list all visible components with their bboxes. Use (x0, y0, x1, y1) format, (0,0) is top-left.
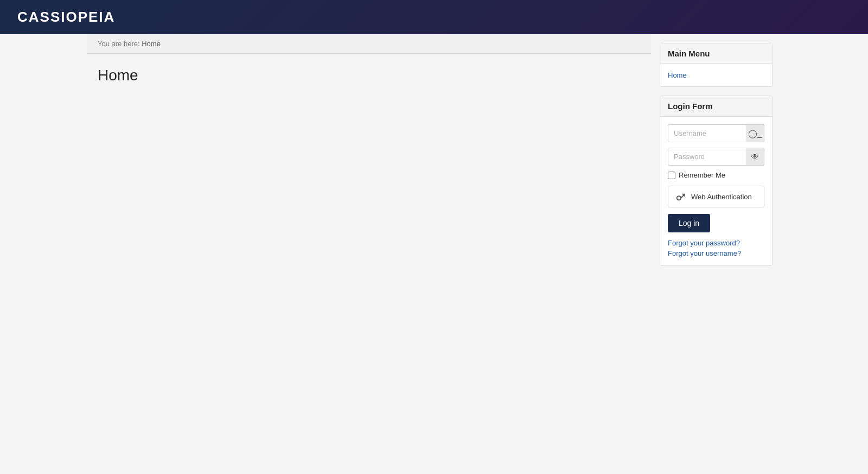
login-form-panel: Login Form ◯⎯ 👁 (660, 96, 773, 266)
forgot-password-link[interactable]: Forgot your password? (668, 239, 764, 247)
main-menu-panel: Main Menu Home (660, 43, 773, 87)
main-layout: You are here: Home Home Main Menu Home L… (87, 34, 781, 274)
main-menu-body: Home (660, 64, 772, 86)
main-menu-title: Main Menu (660, 43, 772, 64)
login-form-body: ◯⎯ 👁 Remember Me (660, 117, 772, 265)
login-button[interactable]: Log in (668, 214, 710, 232)
web-auth-button[interactable]: Web Authentication (668, 186, 764, 207)
breadcrumb: You are here: Home (87, 34, 651, 54)
user-icon-glyph: ◯⎯ (748, 129, 762, 138)
forgot-username-link[interactable]: Forgot your username? (668, 249, 764, 257)
page-title: Home (98, 67, 640, 84)
login-form-title: Login Form (660, 96, 772, 117)
remember-me-label: Remember Me (679, 171, 725, 179)
helper-links: Forgot your password? Forgot your userna… (668, 239, 764, 257)
user-icon: ◯⎯ (746, 124, 764, 142)
password-input-group: 👁 (668, 148, 764, 166)
site-header: CASSIOPEIA (0, 0, 868, 34)
remember-me-checkbox[interactable] (668, 172, 675, 179)
site-title: CASSIOPEIA (17, 9, 115, 26)
page-content: Home (87, 54, 651, 108)
username-input-group: ◯⎯ (668, 124, 764, 142)
breadcrumb-current: Home (142, 40, 161, 48)
svg-line-3 (683, 194, 684, 195)
sidebar-item-home[interactable]: Home (668, 69, 764, 81)
sidebar: Main Menu Home Login Form ◯⎯ (651, 34, 781, 274)
key-icon (675, 191, 687, 203)
content-area: You are here: Home Home (87, 34, 651, 274)
breadcrumb-label: You are here: (98, 40, 140, 48)
eye-icon-glyph: 👁 (751, 152, 759, 161)
eye-icon[interactable]: 👁 (746, 148, 764, 166)
remember-me-group: Remember Me (668, 171, 764, 179)
web-auth-label: Web Authentication (691, 193, 752, 201)
svg-point-0 (677, 196, 681, 200)
